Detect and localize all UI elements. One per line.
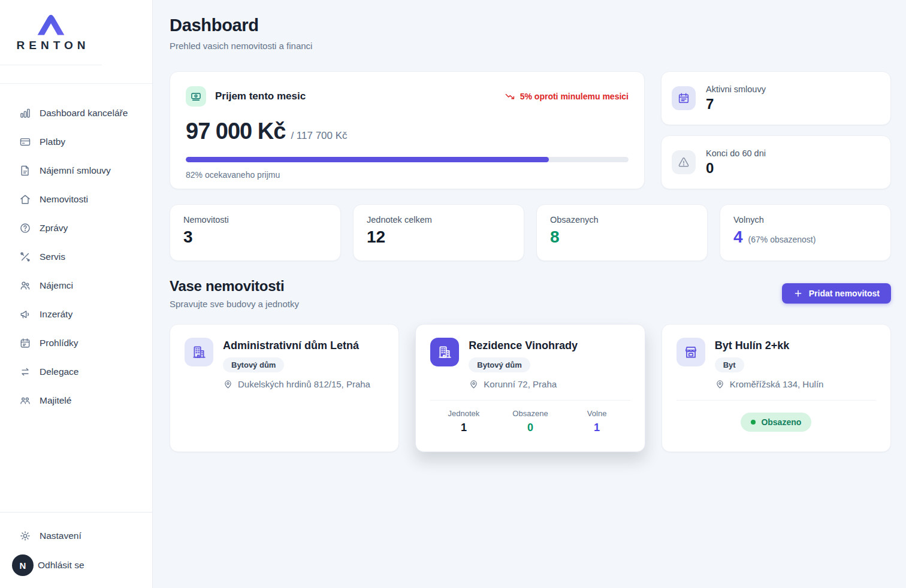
property-card-vinohrady[interactable]: Rezidence Vinohrady Bytový dům Korunní 7…	[415, 324, 645, 452]
property-type-badge: Bytový dům	[469, 357, 530, 372]
sidebar-item-label: Nastavení	[40, 531, 81, 541]
income-progress-caption: 82% ocekavaneho prijmu	[186, 170, 629, 180]
occupied-status-badge: Obsazeno	[741, 413, 811, 432]
property-address: Kroměřížská 134, Hulín	[730, 379, 824, 389]
property-stat-value: 0	[497, 422, 563, 434]
sidebar-divider	[0, 65, 152, 84]
trending-down-icon	[505, 91, 516, 102]
sidebar-item-label: Odhlásit se	[38, 560, 84, 571]
users-icon	[19, 280, 31, 292]
brand-logo[interactable]: RENTON	[0, 0, 102, 65]
income-card: Prijem tento mesic 5% oproti minulemu me…	[170, 71, 645, 189]
stat-label: Volnych	[733, 215, 877, 225]
stat-value: 3	[183, 228, 193, 247]
renton-logo-icon	[34, 13, 68, 37]
tools-icon	[19, 251, 31, 263]
sidebar-item-label: Prohlídky	[40, 338, 78, 348]
property-type-badge: Byt	[715, 357, 744, 372]
stat-value: 4	[733, 228, 743, 247]
property-cards-row: Administrativní dům Letná Bytový dům Duk…	[170, 324, 891, 452]
page-subtitle: Prehled vasich nemovitosti a financi	[170, 41, 891, 51]
map-pin-icon	[715, 379, 725, 389]
property-name: Administrativní dům Letná	[223, 340, 370, 352]
sidebar-item-inzeraty[interactable]: Inzeráty	[0, 300, 152, 329]
building-icon	[185, 338, 213, 366]
sidebar-item-nemovitosti[interactable]: Nemovitosti	[0, 185, 152, 214]
home-icon	[19, 193, 31, 205]
help-circle-icon	[19, 222, 31, 234]
property-address: Korunní 72, Praha	[484, 379, 557, 389]
sidebar-nav: Dashboard kanceláře Platby Nájemní smlou…	[0, 84, 152, 415]
property-card-hulin[interactable]: Byt Hulín 2+kk Byt Kroměřížská 134, Hulí…	[662, 324, 891, 452]
credit-card-icon	[19, 136, 31, 148]
property-card-letna[interactable]: Administrativní dům Letná Bytový dům Duk…	[170, 324, 399, 452]
property-stat-label: Volne	[564, 409, 630, 418]
property-name: Rezidence Vinohrady	[469, 340, 578, 352]
stat-label: Jednotek celkem	[367, 215, 511, 225]
properties-section-header: Vase nemovitosti Spravujte sve budovy a …	[170, 278, 891, 309]
sidebar-item-logout[interactable]: N Odhlásit se	[0, 550, 152, 581]
sidebar-item-najemni-smlouvy[interactable]: Nájemní smlouvy	[0, 156, 152, 185]
sidebar-item-dashboard[interactable]: Dashboard kanceláře	[0, 99, 152, 128]
section-title: Vase nemovitosti	[170, 278, 299, 295]
gear-icon	[19, 530, 31, 542]
sidebar-item-label: Zprávy	[40, 223, 68, 234]
map-pin-icon	[223, 379, 233, 389]
sidebar: RENTON Dashboard kanceláře Platby Nájemn…	[0, 0, 153, 588]
mini-cards-column: Aktivni smlouvy 7 Konci do 60 dni 0	[661, 71, 891, 189]
add-property-button[interactable]: Pridat nemovitost	[782, 283, 891, 304]
stat-card-volnych: Volnych 4 (67% obsazenost)	[720, 204, 891, 261]
add-property-label: Pridat nemovitost	[809, 289, 880, 298]
stats-row: Nemovitosti 3 Jednotek celkem 12 Obsazen…	[170, 204, 891, 261]
section-subtitle: Spravujte sve budovy a jednotky	[170, 299, 299, 309]
transfer-arrows-icon	[19, 366, 31, 378]
sidebar-item-label: Delegace	[40, 366, 79, 377]
owners-icon	[19, 395, 31, 407]
sidebar-item-servis[interactable]: Servis	[0, 243, 152, 271]
sidebar-item-najemci[interactable]: Nájemci	[0, 271, 152, 300]
megaphone-icon	[19, 308, 31, 320]
document-icon	[19, 165, 31, 177]
summary-row: Prijem tento mesic 5% oproti minulemu me…	[170, 71, 891, 189]
trend-indicator: 5% oproti minulemu mesici	[505, 91, 629, 102]
calendar-icon	[19, 337, 31, 349]
sidebar-item-nastaveni[interactable]: Nastavení	[0, 522, 152, 550]
divider	[677, 400, 876, 401]
mini-card-value: 0	[706, 160, 766, 177]
property-address: Dukelských hrdinů 812/15, Praha	[238, 379, 370, 389]
trend-label: 5% oproti minulemu mesici	[520, 92, 629, 101]
sidebar-item-label: Inzeráty	[40, 309, 73, 320]
storefront-icon	[677, 338, 705, 366]
status-dot-icon	[751, 420, 756, 425]
main-content: Dashboard Prehled vasich nemovitosti a f…	[153, 0, 906, 588]
page-title: Dashboard	[170, 16, 891, 35]
stat-card-nemovitosti: Nemovitosti 3	[170, 204, 341, 261]
property-type-badge: Bytový dům	[223, 357, 284, 372]
sidebar-item-platby[interactable]: Platby	[0, 128, 152, 156]
property-stat-label: Jednotek	[430, 409, 497, 418]
stat-card-jednotek: Jednotek celkem 12	[353, 204, 524, 261]
income-amount: 97 000 Kč	[186, 119, 285, 144]
property-stat-value: 1	[430, 422, 497, 434]
sidebar-item-label: Nájemci	[40, 280, 73, 291]
mini-card-value: 7	[706, 96, 766, 113]
banknote-icon	[186, 86, 206, 107]
stat-value: 12	[367, 228, 385, 247]
income-target: / 117 700 Kč	[291, 130, 347, 142]
sidebar-item-majitele[interactable]: Majitelé	[0, 386, 152, 415]
sidebar-item-delegace[interactable]: Delegace	[0, 357, 152, 386]
divider	[430, 400, 630, 401]
sidebar-item-label: Nemovitosti	[40, 194, 88, 205]
stat-label: Nemovitosti	[183, 215, 327, 225]
stat-label: Obsazenych	[550, 215, 694, 225]
sidebar-item-prohlidky[interactable]: Prohlídky	[0, 329, 152, 357]
property-name: Byt Hulín 2+kk	[715, 340, 824, 352]
building-icon	[430, 338, 459, 366]
sidebar-item-label: Dashboard kanceláře	[40, 108, 128, 119]
map-pin-icon	[469, 379, 479, 389]
sidebar-item-zpravy[interactable]: Zprávy	[0, 214, 152, 243]
status-label: Obsazeno	[761, 417, 801, 427]
stat-card-obsazenych: Obsazenych 8	[536, 204, 708, 261]
property-stats: Jednotek 1 Obsazene 0 Volne 1	[430, 409, 630, 434]
bar-chart-icon	[19, 107, 31, 119]
